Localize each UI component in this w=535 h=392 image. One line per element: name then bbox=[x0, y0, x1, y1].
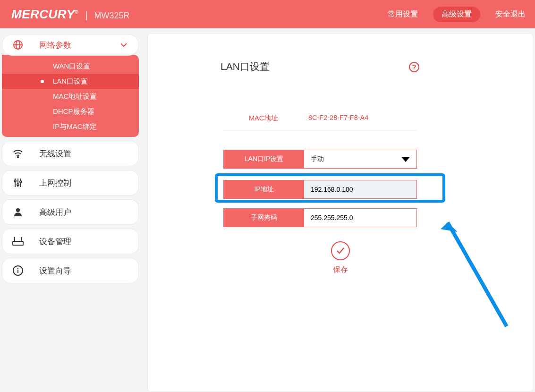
sidebar-sub-ipmac[interactable]: IP与MAC绑定 bbox=[2, 119, 139, 134]
sidebar-item-label: DHCP服务器 bbox=[53, 107, 94, 116]
sidebar: 网络参数 WAN口设置 LAN口设置 MAC地址设置 DHCP服务器 IP与MA… bbox=[2, 33, 139, 392]
sidebar-item-label: 设置向导 bbox=[39, 265, 71, 276]
ip-address-row: IP地址 bbox=[223, 180, 417, 199]
sidebar-item-setup-wizard[interactable]: 设置向导 bbox=[2, 258, 139, 283]
svg-point-16 bbox=[17, 268, 18, 269]
mac-label: MAC地址 bbox=[223, 114, 304, 123]
sidebar-item-label: LAN口设置 bbox=[53, 77, 88, 86]
user-icon bbox=[11, 206, 25, 218]
page-title: LAN口设置 bbox=[221, 60, 270, 73]
mac-address-row: MAC地址 8C-F2-28-F7-F8-A4 bbox=[223, 114, 417, 131]
sidebar-submenu-network: WAN口设置 LAN口设置 MAC地址设置 DHCP服务器 IP与MAC绑定 bbox=[2, 55, 139, 137]
ip-address-input[interactable] bbox=[304, 180, 416, 198]
nav-advanced-settings[interactable]: 高级设置 bbox=[433, 7, 480, 22]
brand-separator: | bbox=[85, 10, 87, 21]
lan-ip-mode-value: 手动 bbox=[311, 155, 324, 163]
sidebar-item-label: IP与MAC绑定 bbox=[53, 122, 97, 131]
sidebar-item-label: WAN口设置 bbox=[53, 62, 90, 71]
brand-logo: MERCURY® bbox=[11, 7, 78, 22]
lan-ip-mode-row: LAN口IP设置 手动 bbox=[223, 150, 417, 169]
sidebar-item-label: MAC地址设置 bbox=[53, 92, 97, 101]
globe-icon bbox=[11, 39, 25, 51]
mac-value: 8C-F2-28-F7-F8-A4 bbox=[304, 114, 417, 123]
svg-point-7 bbox=[14, 180, 16, 182]
main-panel: LAN口设置 ? MAC地址 8C-F2-28-F7-F8-A4 LAN口IP设… bbox=[147, 33, 533, 392]
chevron-down-icon bbox=[119, 41, 128, 49]
svg-point-8 bbox=[17, 184, 19, 186]
brand: MERCURY® | MW325R bbox=[11, 7, 130, 22]
svg-point-9 bbox=[20, 181, 22, 183]
subnet-mask-row: 子网掩码 bbox=[223, 208, 417, 227]
sliders-icon bbox=[11, 177, 25, 188]
sidebar-item-device-mgmt[interactable]: 设备管理 bbox=[2, 229, 139, 254]
sidebar-item-label: 网络参数 bbox=[39, 40, 71, 51]
brand-model: MW325R bbox=[94, 11, 130, 21]
help-icon[interactable]: ? bbox=[409, 62, 419, 72]
lan-settings-form: MAC地址 8C-F2-28-F7-F8-A4 LAN口IP设置 手动 IP地址… bbox=[223, 114, 417, 237]
ip-address-label: IP地址 bbox=[224, 180, 304, 198]
nav-common-settings[interactable]: 常用设置 bbox=[388, 9, 418, 19]
svg-point-10 bbox=[16, 208, 20, 212]
sidebar-item-label: 无线设置 bbox=[39, 148, 71, 159]
sidebar-item-label: 设备管理 bbox=[39, 236, 71, 247]
save-label: 保存 bbox=[148, 265, 533, 275]
subnet-mask-label: 子网掩码 bbox=[224, 209, 304, 227]
sidebar-item-advanced-users[interactable]: 高级用户 bbox=[2, 199, 139, 225]
info-icon bbox=[11, 265, 25, 276]
sidebar-item-label: 上网控制 bbox=[39, 178, 71, 188]
caret-down-icon bbox=[401, 157, 410, 162]
sidebar-sub-lan[interactable]: LAN口设置 bbox=[2, 74, 139, 89]
lan-ip-mode-select[interactable]: 手动 bbox=[304, 150, 416, 168]
sidebar-sub-mac[interactable]: MAC地址设置 bbox=[2, 89, 139, 104]
sidebar-item-network-params[interactable]: 网络参数 bbox=[2, 34, 139, 56]
sidebar-item-label: 高级用户 bbox=[39, 207, 71, 218]
svg-marker-17 bbox=[441, 222, 458, 232]
sidebar-item-access-control[interactable]: 上网控制 bbox=[2, 170, 139, 196]
router-icon bbox=[11, 236, 25, 247]
save-button[interactable]: 保存 bbox=[148, 241, 533, 275]
nav-logout[interactable]: 安全退出 bbox=[495, 9, 526, 19]
svg-point-3 bbox=[17, 157, 19, 158]
lan-ip-mode-label: LAN口IP设置 bbox=[224, 150, 304, 168]
sidebar-item-wireless[interactable]: 无线设置 bbox=[2, 141, 139, 166]
sidebar-sub-wan[interactable]: WAN口设置 bbox=[2, 59, 139, 74]
subnet-mask-input[interactable] bbox=[304, 209, 416, 227]
svg-rect-13 bbox=[13, 241, 23, 245]
check-icon bbox=[331, 241, 350, 260]
wifi-icon bbox=[11, 148, 25, 159]
header-bar: MERCURY® | MW325R 常用设置 高级设置 安全退出 bbox=[0, 0, 535, 28]
sidebar-sub-dhcp[interactable]: DHCP服务器 bbox=[2, 104, 139, 119]
header-nav: 常用设置 高级设置 安全退出 bbox=[388, 7, 526, 22]
